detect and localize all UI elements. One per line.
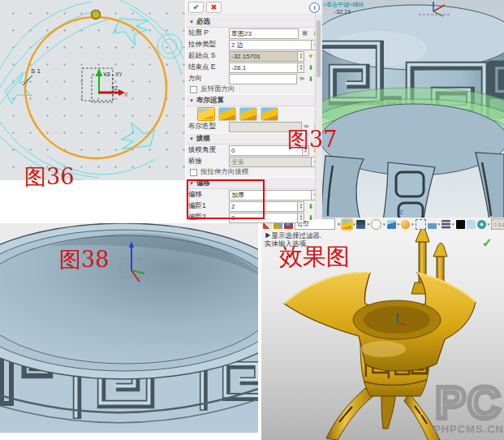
section-offset[interactable]: ▼ 偏移 — [186, 177, 322, 189]
s1-leader — [23, 75, 32, 85]
bulb-icon: ○ — [493, 221, 498, 228]
axis-label-x: X — [124, 92, 128, 97]
layer-combo[interactable]: ○ Layer0000 — [491, 218, 504, 230]
wireframe-icon[interactable] — [371, 219, 381, 230]
profile-label: 轮廓 P — [188, 28, 229, 38]
offset1-label: 偏距1 — [188, 201, 229, 211]
blue-color-swatch[interactable] — [467, 220, 476, 229]
section-required[interactable]: ▼ 必选 — [186, 15, 322, 28]
draft-angle-label: 拔模角度 — [188, 145, 229, 155]
direction-expand-icon[interactable]: ≫ — [299, 75, 304, 82]
collapse-icon: ▼ — [189, 136, 194, 141]
figure-37-label: 图37 — [287, 128, 337, 150]
section-boolean-label: 布尔运算 — [196, 96, 224, 106]
zoom-fit-icon[interactable] — [416, 219, 426, 230]
axis-label-yz: YZ — [103, 71, 110, 77]
dialog-scrollbar[interactable] — [315, 14, 322, 219]
section-draft-label: 拔模 — [196, 134, 210, 144]
dialog-header: ✔ ✖ i — [186, 0, 322, 15]
shaded-mode-icon[interactable] — [342, 220, 351, 229]
model-viewport[interactable]: <单击中键>继续 -32.19 Z — [321, 0, 504, 221]
extrude-type-row: 拉伸类型 2 边 ▼ — [186, 39, 322, 50]
collapse-icon: ▼ — [189, 181, 194, 186]
section-boolean[interactable]: ▼ 布尔运算 — [186, 94, 322, 106]
flip-face-checkbox[interactable] — [190, 86, 197, 93]
monitor-icon[interactable] — [428, 220, 437, 229]
offset2-spinner[interactable]: ▲▼ — [298, 213, 304, 223]
boolean-shape-label: 布尔造型 — [188, 122, 229, 132]
offset2-field[interactable]: 0 — [229, 213, 298, 223]
black-color-swatch[interactable] — [456, 220, 465, 229]
start-point-row: 起始点 S -32.15701 ▲▼ ▼ ▾ — [186, 50, 322, 62]
end-point-label: 结束点 E — [188, 63, 229, 72]
draft-by-dir-checkbox[interactable] — [190, 169, 197, 176]
sketch-viewport[interactable]: YZ XY XZ X S 1 — [0, 0, 185, 180]
offset-field[interactable]: 加厚 — [229, 190, 312, 201]
view-cube-icon[interactable] — [387, 220, 396, 229]
direction-label: 方向 — [188, 74, 229, 84]
scrollbar-thumb[interactable] — [317, 20, 321, 77]
extrude-type-field[interactable]: 2 边 — [229, 40, 312, 50]
confirm-check-icon[interactable]: ✓ — [482, 235, 493, 250]
boolean-options — [186, 106, 322, 121]
boolean-base-icon[interactable] — [197, 107, 215, 121]
boolean-intersect-icon[interactable] — [261, 107, 278, 121]
boolean-add-icon[interactable] — [218, 107, 236, 121]
sketch-circle — [25, 17, 166, 158]
flip-face-row[interactable]: 反转面方向 — [186, 84, 322, 94]
boolean-remove-icon[interactable] — [239, 107, 257, 121]
collapse-icon: ▼ — [189, 98, 194, 103]
draft-by-dir-row[interactable]: 按拉伸方向拔模 — [186, 167, 322, 177]
end-point-field[interactable]: -28.1 — [229, 63, 298, 73]
combo-caret-icon[interactable]: ▼ — [337, 222, 341, 226]
offset1-pick-icon[interactable]: ⬇ — [306, 202, 315, 211]
watermark-logo: PC — [433, 382, 504, 423]
direction-field[interactable] — [229, 74, 297, 84]
offset2-row: 偏距2 0 ▲▼ ⬇ ▾ — [186, 212, 322, 223]
profile-field[interactable]: 草图23 — [229, 28, 299, 39]
s1-label: S 1 — [31, 67, 41, 75]
bridge-row: 桥接 变量 ▼ — [186, 156, 322, 167]
measurement-label: -32.19 — [334, 9, 351, 15]
figure-36-label: 图36 — [24, 166, 74, 188]
info-button[interactable]: i — [309, 2, 320, 13]
offset1-spinner[interactable]: ▲▼ — [298, 201, 304, 212]
flip-face-label: 反转面方向 — [200, 84, 235, 94]
start-point-label: 起始点 S — [188, 51, 229, 61]
end-spinner[interactable]: ▲▼ — [298, 63, 304, 73]
render-ball-icon[interactable] — [401, 220, 410, 229]
extrude-type-label: 拉伸类型 — [188, 40, 229, 50]
tutorial-screenshot: YZ XY XZ X S 1 ✔ ✖ i ▼ 必选 轮廓 P 草图23 ▦ ⬇ … — [0, 0, 504, 440]
figure-38-label: 图38 — [59, 248, 109, 270]
ok-button[interactable]: ✔ — [188, 2, 204, 13]
start-point-field[interactable]: -32.15701 — [229, 51, 298, 62]
bridge-label: 桥接 — [188, 157, 229, 166]
body-highlight — [360, 341, 406, 357]
prompt-line1: ▶显示选择过滤器. — [265, 231, 321, 239]
section-offset-label: 偏移 — [196, 179, 210, 188]
cancel-button[interactable]: ✖ — [206, 2, 222, 13]
bridge-field[interactable]: 变量 — [229, 157, 312, 167]
watermark-site: PHPCMS.CN — [433, 423, 504, 435]
sketch-point — [92, 11, 101, 19]
sketch-list-icon[interactable]: ▦ — [300, 29, 309, 38]
z-axis-label: Z — [399, 209, 403, 216]
display-mode-icon[interactable] — [356, 220, 365, 229]
layers-icon[interactable] — [442, 220, 450, 229]
offset1-field[interactable]: 2 — [229, 201, 298, 212]
extrude-dialog: ✔ ✖ i ▼ 必选 轮廓 P 草图23 ▦ ⬇ 拉伸类型 2 边 ▼ 起始点 … — [185, 0, 322, 219]
start-spinner[interactable]: ▲▼ — [298, 51, 304, 62]
end-pick-icon[interactable]: ⬇ — [306, 63, 315, 72]
profile-row: 轮廓 P 草图23 ▦ ⬇ — [186, 28, 322, 39]
closeup-viewport[interactable] — [0, 223, 258, 433]
effect-label: 效果图 — [279, 245, 350, 269]
offset-label: 偏移 — [188, 190, 229, 200]
direction-pick-icon[interactable]: ⬇ — [306, 75, 315, 84]
offset-row: 偏移 加厚 ▼ — [186, 189, 322, 201]
offset2-pick-icon[interactable]: ⬇ — [306, 214, 315, 222]
cup-bowl-shadow — [364, 306, 430, 334]
end-point-row: 结束点 E -28.1 ▲▼ ⬇ ▾ — [186, 62, 322, 73]
torus-icon[interactable] — [477, 220, 486, 229]
axis-label-xy: XY — [115, 71, 123, 77]
offset-pick-icon[interactable]: ▼ — [306, 52, 315, 61]
